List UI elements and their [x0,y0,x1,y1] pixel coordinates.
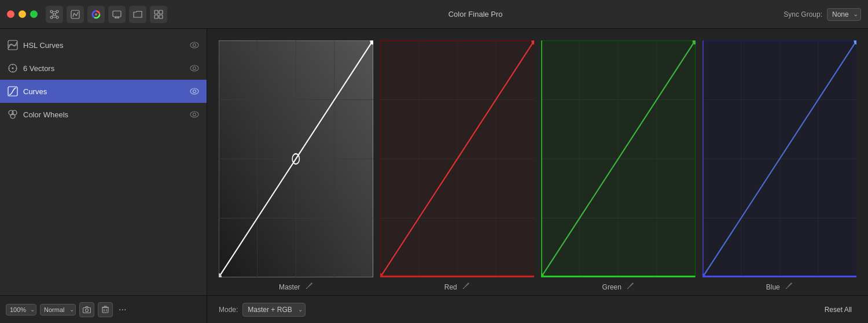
svg-rect-18 [155,10,158,14]
mode-select[interactable]: Master + RGB [242,303,306,317]
zoom-select[interactable]: 100% [6,304,36,315]
svg-point-40 [190,112,198,117]
svg-point-27 [12,68,14,69]
eye-icon-vectors[interactable] [189,63,200,73]
sidebar-label-hsl: HSL Curves [23,41,189,50]
curve-panel-master: Master [219,40,373,295]
svg-point-3 [50,16,53,18]
mode-select-wrapper[interactable]: Master + RGB [242,303,306,317]
green-pen-icon[interactable] [626,282,634,292]
blue-label-row: Blue [703,277,857,295]
sidebar-bottom-bar: 100% Normal [0,295,207,323]
eye-icon-hsl[interactable] [189,40,200,50]
red-label-row: Red [380,277,535,295]
hsl-icon [7,39,19,51]
svg-point-33 [193,67,196,70]
red-pen-icon[interactable] [462,282,470,292]
toolbar [46,6,167,23]
curves-icon [7,86,19,97]
sidebar-items: HSL Curves [0,29,207,295]
curves-bottom-bar: Mode: Master + RGB Reset All [207,295,868,323]
vectors-icon [7,62,19,74]
curves-panels: Master [207,29,868,295]
svg-rect-14 [113,11,121,17]
app-title: Color Finale Pro [167,10,784,18]
monitor-icon[interactable] [108,6,126,23]
green-label: Green [602,283,621,291]
svg-rect-19 [159,10,163,14]
sidebar-label-color-wheels: Color Wheels [23,110,189,119]
svg-point-41 [193,113,196,116]
more-options-button[interactable]: ··· [116,305,128,315]
eye-icon-curves[interactable] [189,86,200,96]
sidebar: HSL Curves [0,29,207,323]
close-button[interactable] [7,10,14,18]
grid-icon[interactable] [150,6,167,23]
reset-all-button[interactable]: Reset All [820,303,856,316]
sidebar-item-curves[interactable]: Curves [0,80,207,103]
svg-point-25 [193,44,196,47]
curve-canvas-red[interactable] [380,40,535,277]
svg-point-13 [95,13,97,16]
wheels-icon [7,109,19,120]
svg-point-43 [86,309,89,311]
sync-group-select-wrapper[interactable]: None [827,8,861,21]
pencil-icon[interactable] [67,6,84,23]
blend-mode-select-wrapper[interactable]: Normal [40,304,76,315]
folder-icon[interactable] [129,6,146,23]
traffic-lights [7,10,38,18]
green-label-row: Green [541,277,696,295]
mode-label: Mode: [219,306,238,314]
blue-pen-icon[interactable] [785,282,793,292]
trash-button[interactable] [98,302,113,317]
sidebar-item-color-wheels[interactable]: Color Wheels [0,103,207,126]
master-label: Master [279,283,300,291]
svg-rect-20 [155,15,158,18]
nodes-icon[interactable] [46,6,63,23]
curve-panel-red: Red [380,40,535,295]
red-label: Red [444,283,457,291]
green-curve-svg [541,40,696,277]
sidebar-label-curves: Curves [23,87,189,96]
color-wheel-icon[interactable] [87,6,105,23]
svg-rect-42 [83,307,91,313]
camera-button[interactable] [79,302,94,317]
titlebar: Color Finale Pro Sync Group: None [0,0,868,29]
svg-point-1 [56,10,58,13]
sidebar-item-vectors[interactable]: 6 Vectors [0,57,207,80]
minimize-button[interactable] [19,10,26,18]
curve-canvas-blue[interactable] [703,40,857,277]
master-curve-svg [219,40,373,277]
red-curve-svg [380,40,535,277]
sidebar-item-hsl-curves[interactable]: HSL Curves [0,34,207,57]
sidebar-label-vectors: 6 Vectors [23,64,189,73]
svg-rect-21 [159,15,163,18]
svg-point-36 [193,90,196,93]
svg-point-32 [190,65,198,71]
master-label-row: Master [219,277,373,295]
curve-canvas-master[interactable] [219,40,373,277]
svg-point-35 [190,88,198,94]
curve-panel-green: Green [541,40,696,295]
blue-label: Blue [766,283,780,291]
curve-canvas-green[interactable] [541,40,696,277]
svg-point-4 [56,16,58,18]
sync-group-label: Sync Group: [784,10,822,18]
sync-group: Sync Group: None [784,8,861,21]
svg-point-24 [190,42,198,48]
fullscreen-button[interactable] [30,10,38,18]
curve-panel-blue: Blue [703,40,857,295]
blend-mode-select[interactable]: Normal [40,304,76,315]
svg-point-0 [50,10,53,13]
master-pen-icon[interactable] [305,282,313,292]
svg-rect-44 [102,307,108,313]
blue-curve-svg [703,40,857,277]
zoom-select-wrapper[interactable]: 100% [6,304,36,315]
sync-group-select[interactable]: None [827,8,861,21]
eye-icon-color-wheels[interactable] [189,109,200,120]
main-content: HSL Curves [0,29,868,323]
curves-area: Master [207,29,868,323]
